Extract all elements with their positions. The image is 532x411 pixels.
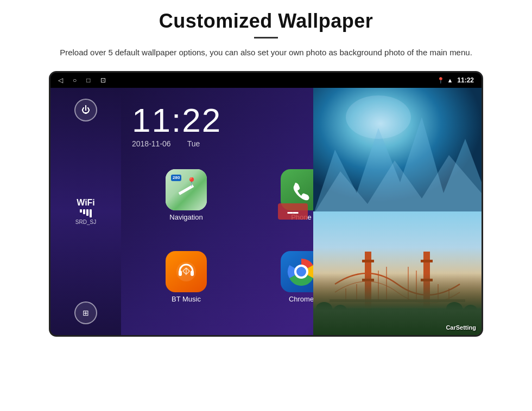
grid-icon: ⊞ [83,309,89,317]
svg-rect-27 [421,260,433,262]
status-icons: 📍 ▲ [437,77,453,84]
status-right: 📍 ▲ 11:22 [437,76,474,84]
wallpaper-golden-gate[interactable]: CarSetting [313,211,482,335]
wifi-ssid: SRD_SJ [75,219,96,225]
svg-point-41 [446,302,463,315]
phone-svg [290,178,313,201]
recents-icon: □ [86,76,90,84]
back-icon: ◁ [58,76,63,84]
screen-content: ⏻ WiFi SRD_SJ ⊞ [50,88,482,335]
bt-svg [174,260,198,284]
status-time: 11:22 [457,76,474,84]
svg-rect-37 [330,299,465,302]
map-pin-icon: 📍 [186,177,197,187]
title-divider [254,37,278,38]
ice-cave-svg [313,88,482,211]
bt-music-label: BT Music [172,295,201,303]
navigation-icon: 280 📍 [166,169,207,210]
svg-point-42 [464,305,477,316]
wifi-label: WiFi [75,198,96,208]
power-icon: ⏻ [81,105,90,115]
app-navigation[interactable]: 280 📍 Navigation [132,169,240,245]
device-frame: ◁ ○ □ ⊡ 📍 ▲ 11:22 ⏻ WiFi [49,71,483,337]
page-title: Customized Wallpaper [159,10,373,33]
status-bar: ◁ ○ □ ⊡ 📍 ▲ 11:22 [50,73,482,88]
golden-gate-svg [313,211,482,335]
screenshot-icon: ⊡ [100,76,106,84]
wifi-signal [75,209,96,217]
svg-rect-21 [313,211,482,335]
svg-point-40 [334,305,347,316]
svg-rect-25 [362,260,374,262]
wallpaper-ice-cave[interactable] [313,88,482,211]
page-container: Customized Wallpaper Preload over 5 defa… [0,0,532,411]
location-icon: 📍 [437,77,445,84]
nav-badge: 280 [171,175,181,181]
drawer-icon: ▬▬ [288,209,299,215]
svg-rect-6 [179,271,182,276]
wifi-info: WiFi SRD_SJ [75,198,96,225]
svg-rect-28 [421,279,433,281]
power-button[interactable]: ⏻ [74,99,97,121]
left-sidebar: ⏻ WiFi SRD_SJ ⊞ [50,88,121,335]
navigation-label: Navigation [169,213,202,221]
apps-grid-button[interactable]: ⊞ [74,301,97,324]
chrome-label: Chrome [289,295,314,303]
svg-point-20 [346,95,411,139]
svg-point-39 [316,302,332,315]
svg-rect-38 [313,309,482,335]
svg-rect-23 [365,252,371,327]
bt-music-icon [166,251,207,292]
clock-day: Tue [187,139,200,148]
page-description: Preload over 5 default wallpaper options… [60,46,472,59]
chrome-svg [287,258,315,286]
svg-rect-24 [423,252,430,327]
svg-rect-7 [191,271,194,276]
home-icon: ○ [73,76,77,84]
svg-point-10 [296,267,306,277]
svg-rect-26 [362,279,374,281]
drawer-widget: ▬▬ [278,203,308,220]
svg-point-22 [332,311,463,333]
app-bt-music[interactable]: BT Music [132,251,240,326]
wallpaper-panel: ▬▬ [313,88,482,335]
carsetting-label[interactable]: CarSetting [446,324,476,331]
clock-date-value: 2018-11-06 [132,139,171,148]
status-nav-icons: ◁ ○ □ ⊡ [58,76,106,84]
wifi-icon: ▲ [447,77,453,84]
